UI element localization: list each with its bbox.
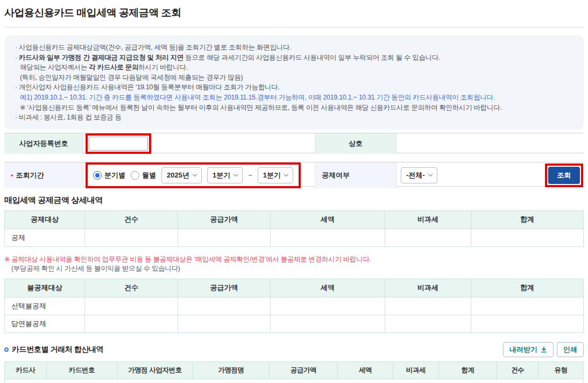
card-section-buttons: 내려받기 인쇄 <box>503 342 584 357</box>
table-header-row: 불공제대상 건수 공급가액 세액 비과세 합계 <box>5 279 584 297</box>
row-label: 선택불공제 <box>5 297 85 315</box>
cell-tax-free <box>385 297 471 315</box>
column-header: 불공제대상 <box>5 279 85 297</box>
row-label: 공제 <box>5 229 85 246</box>
empty-data-row <box>5 379 584 383</box>
warning-note: ※ 공제대상 사용내역을 확인하여 업무무관 비용 등 불공제대상은 ‘매입세액… <box>4 255 584 274</box>
company-name-label: 상호 <box>315 133 396 154</box>
warning-line-gray: (부당공제 확인 시 가산세 등 불이익을 받으실 수 있습니다) <box>4 264 584 274</box>
form-row-business: 사업자등록번호 상호 <box>4 133 584 153</box>
cell-tax <box>271 297 385 315</box>
deduction-select[interactable]: -전체- <box>401 167 437 183</box>
table-row-empty <box>5 379 584 383</box>
radio-quarterly[interactable]: 분기별 <box>93 171 125 180</box>
annotation-highlight-period: 분기별 월별 2025년 1분기 ~ 1분기 <box>86 162 301 188</box>
card-section-title-wrap: 카드번호별 거래처 합산내역 <box>4 345 103 354</box>
tilde-separator: ~ <box>248 171 252 179</box>
print-button[interactable]: 인쇄 <box>557 342 584 357</box>
column-header: 비과세 <box>385 279 471 297</box>
table-header-row: 카드사 카드번호 가맹점 사업자번호 가맹점명 공급가액 세액 비과세 합계 건… <box>5 361 584 379</box>
cell-total <box>471 229 584 246</box>
page-container: 사업용신용카드 매입세액 공제금액 조회 · 사업용신용카드 공제대상금액(건수… <box>0 0 588 383</box>
quarter-to-select[interactable]: 1분기 <box>258 167 293 183</box>
notice-line: ※ ‘사업용신용카드 등록’ 메뉴에서 등록한 날이 속하는 월부터 이후의 사… <box>15 103 573 113</box>
cell-count <box>85 315 178 332</box>
form-row-period: • 조회기간 분기별 월별 2025년 1분기 <box>4 162 584 187</box>
quarter-from-select[interactable]: 1분기 <box>207 167 243 183</box>
cell-count <box>85 297 178 315</box>
circle-bullet-icon <box>4 347 9 352</box>
notice-line: · 개인사업자 사업용신용카드 사용내역은 ‘19.10월 등록분부터 매월마다… <box>15 82 573 93</box>
table-row: 당연불공제 <box>5 315 584 332</box>
cell-supply-amount <box>178 297 271 315</box>
column-header: 유형 <box>539 361 584 379</box>
warning-line-red: ※ 공제대상 사용내역을 확인하여 업무무관 비용 등 불공제대상은 ‘매입세액… <box>4 255 584 265</box>
column-header: 공제대상 <box>5 210 85 229</box>
search-button[interactable]: 조회 <box>548 167 580 184</box>
business-reg-number-label: 사업자등록번호 <box>4 133 83 154</box>
chevron-down-icon <box>193 172 197 176</box>
annotation-highlight-input <box>86 133 151 154</box>
column-header: 가맹점명 <box>193 361 270 379</box>
notice-line: · 사업용신용카드 공제대상금액(건수, 공급가액, 세액 등)을 조회기간 별… <box>15 42 573 53</box>
company-name-value <box>396 133 584 154</box>
deduction-cell: -전체- 조회 <box>396 162 584 188</box>
column-header: 합계 <box>439 361 497 379</box>
cell-count <box>85 229 178 246</box>
cell-tax-free <box>385 315 471 332</box>
notice-line-example: 예1) 2019.10.1.~ 10.31. 기간 중 카드를 등록하였다면 사… <box>15 93 573 103</box>
column-header: 카드사 <box>5 361 47 379</box>
deduction-detail-table: 공제대상 건수 공급가액 세액 비과세 합계 공제 <box>4 210 584 247</box>
cell-tax <box>271 315 385 332</box>
cell-total <box>471 315 584 332</box>
table-header-row: 공제대상 건수 공급가액 세액 비과세 합계 <box>5 210 584 229</box>
card-number-table: 카드사 카드번호 가맹점 사업자번호 가맹점명 공급가액 세액 비과세 합계 건… <box>4 361 584 383</box>
chevron-down-icon <box>428 172 432 176</box>
table-row: 공제 <box>5 229 584 246</box>
column-header: 건수 <box>497 361 539 379</box>
radio-unselected-icon <box>131 171 139 180</box>
cell-supply-amount <box>178 229 271 246</box>
download-icon <box>541 346 547 353</box>
detail-section-title: 매입세액 공제금액 상세내역 <box>4 195 584 205</box>
notice-line: · 비과세 : 봉사료, 1회용 컵 보증금 등 <box>15 112 573 123</box>
business-reg-number-input[interactable] <box>89 137 148 151</box>
business-reg-number-cell <box>83 133 315 154</box>
chevron-down-icon <box>284 172 288 176</box>
column-header: 공급가액 <box>178 279 271 297</box>
column-header: 합계 <box>471 279 584 297</box>
column-header: 세액 <box>338 361 393 379</box>
column-header: 세액 <box>271 279 385 297</box>
required-dot-icon: • <box>11 171 13 179</box>
column-header: 합계 <box>471 210 584 229</box>
radio-selected-icon <box>93 171 102 180</box>
cell-tax-free <box>385 229 471 246</box>
download-button[interactable]: 내려받기 <box>503 342 554 357</box>
period-label: • 조회기간 <box>4 162 83 188</box>
notice-line: (특히, 승인일자가 매월말일인 경우 다음달에 국세청에 제출되는 경우가 많… <box>15 73 573 83</box>
notice-line: 해당되는 사업자께서는 각 카드사로 문의하시기 바랍니다. <box>15 62 573 73</box>
table-row: 선택불공제 <box>5 297 584 315</box>
year-select[interactable]: 2025년 <box>161 167 202 183</box>
period-controls-cell: 분기별 월별 2025년 1분기 ~ 1분기 <box>83 162 315 188</box>
notice-bold-text: 각 카드사로 문의 <box>89 63 138 71</box>
notice-box: · 사업용신용카드 공제대상금액(건수, 공급가액, 세액 등)을 조회기간 별… <box>4 36 584 130</box>
column-header: 비과세 <box>385 210 471 229</box>
notice-bold-text: 카드사와 일부 가맹점 간 결제대금 지급요청 및 처리 지연 <box>19 54 183 61</box>
column-header: 공급가액 <box>270 361 338 379</box>
cell-total <box>471 297 584 315</box>
card-section-title: 카드번호별 거래처 합산내역 <box>12 345 103 354</box>
deduction-status-label: 공제여부 <box>315 162 396 188</box>
column-header: 비과세 <box>393 361 439 379</box>
column-header: 공급가액 <box>178 210 271 229</box>
page-title: 사업용신용카드 매입세액 공제금액 조회 <box>4 6 584 20</box>
chevron-down-icon <box>233 172 238 176</box>
column-header: 건수 <box>85 279 178 297</box>
row-label: 당연불공제 <box>5 315 85 332</box>
radio-monthly[interactable]: 월별 <box>131 171 156 180</box>
card-section-header: 카드번호별 거래처 합산내역 내려받기 인쇄 <box>4 342 584 357</box>
annotation-highlight-search: 조회 <box>545 164 583 187</box>
column-header: 세액 <box>271 210 385 229</box>
cell-tax <box>271 229 385 246</box>
column-header: 건수 <box>85 210 178 229</box>
